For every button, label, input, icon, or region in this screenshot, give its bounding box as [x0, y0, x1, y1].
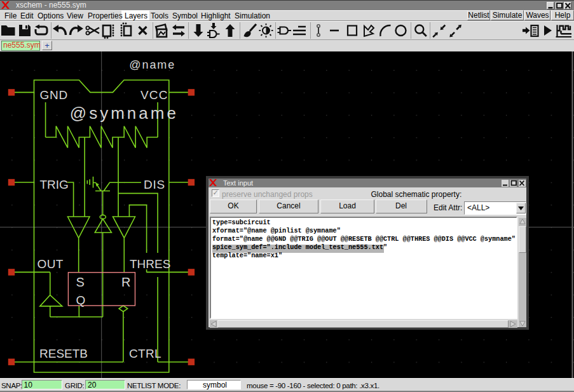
svg-text:RESETB: RESETB [39, 347, 88, 360]
svg-text:VCC: VCC [140, 88, 168, 102]
svg-text:CTRL: CTRL [129, 347, 161, 360]
svg-text:THRES: THRES [130, 257, 170, 271]
svg-text:R: R [121, 275, 130, 289]
svg-text:TRIG: TRIG [40, 178, 69, 191]
svg-text:OUT: OUT [38, 257, 64, 271]
svg-text:Q: Q [76, 294, 86, 307]
svg-text:@symname: @symname [70, 104, 179, 123]
svg-text:@name: @name [129, 58, 175, 71]
svg-text:GND: GND [40, 88, 68, 102]
svg-text:DIS: DIS [144, 178, 165, 191]
svg-text:S: S [76, 275, 85, 289]
